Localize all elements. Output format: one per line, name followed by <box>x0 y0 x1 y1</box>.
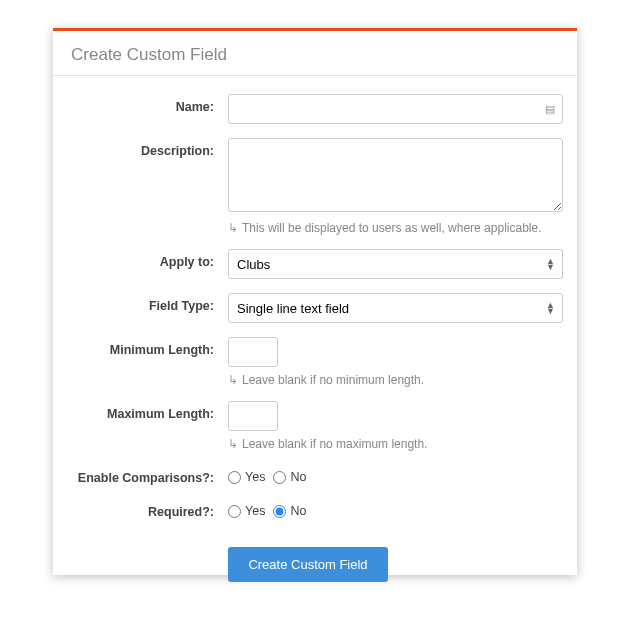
row-min-length: Minimum Length: ↳Leave blank if no minim… <box>53 337 563 387</box>
reply-arrow-icon: ↳ <box>228 221 238 235</box>
required-no[interactable]: No <box>273 504 306 518</box>
required-group: Yes No <box>228 499 563 518</box>
create-custom-field-button[interactable]: Create Custom Field <box>228 547 387 582</box>
row-description: Description: ↳This will be displayed to … <box>53 138 563 235</box>
apply-to-select[interactable]: Clubs <box>228 249 563 279</box>
row-enable-comparisons: Enable Comparisons?: Yes No <box>53 465 563 485</box>
label-name: Name: <box>53 94 228 124</box>
app-container: Create Custom Field Name: ▤ Description:… <box>0 0 621 618</box>
row-required: Required?: Yes No <box>53 499 563 519</box>
label-apply-to: Apply to: <box>53 249 228 279</box>
label-min-length: Minimum Length: <box>53 337 228 387</box>
submit-row: Create Custom Field <box>53 547 563 582</box>
row-apply-to: Apply to: Clubs ▲▼ <box>53 249 563 279</box>
label-required: Required?: <box>53 499 228 519</box>
reply-arrow-icon: ↳ <box>228 437 238 451</box>
label-field-type: Field Type: <box>53 293 228 323</box>
min-length-input[interactable] <box>228 337 278 367</box>
row-max-length: Maximum Length: ↳Leave blank if no maxim… <box>53 401 563 451</box>
label-max-length: Maximum Length: <box>53 401 228 451</box>
required-yes[interactable]: Yes <box>228 504 265 518</box>
enable-comparisons-yes-radio[interactable] <box>228 471 241 484</box>
label-enable-comparisons: Enable Comparisons?: <box>53 465 228 485</box>
row-name: Name: ▤ <box>53 94 563 124</box>
description-input[interactable] <box>228 138 563 212</box>
required-yes-radio[interactable] <box>228 505 241 518</box>
enable-comparisons-yes[interactable]: Yes <box>228 470 265 484</box>
panel: Create Custom Field Name: ▤ Description:… <box>53 28 577 575</box>
required-no-radio[interactable] <box>273 505 286 518</box>
page-title: Create Custom Field <box>53 31 577 76</box>
label-description: Description: <box>53 138 228 235</box>
max-length-hint: ↳Leave blank if no maximum length. <box>228 437 563 451</box>
row-field-type: Field Type: Single line text field ▲▼ <box>53 293 563 323</box>
field-type-select[interactable]: Single line text field <box>228 293 563 323</box>
enable-comparisons-group: Yes No <box>228 465 563 484</box>
description-hint: ↳This will be displayed to users as well… <box>228 221 563 235</box>
enable-comparisons-no[interactable]: No <box>273 470 306 484</box>
max-length-input[interactable] <box>228 401 278 431</box>
reply-arrow-icon: ↳ <box>228 373 238 387</box>
enable-comparisons-no-radio[interactable] <box>273 471 286 484</box>
name-input[interactable] <box>228 94 563 124</box>
create-custom-field-form: Name: ▤ Description: ↳This will be displ… <box>53 76 577 582</box>
min-length-hint: ↳Leave blank if no minimum length. <box>228 373 563 387</box>
